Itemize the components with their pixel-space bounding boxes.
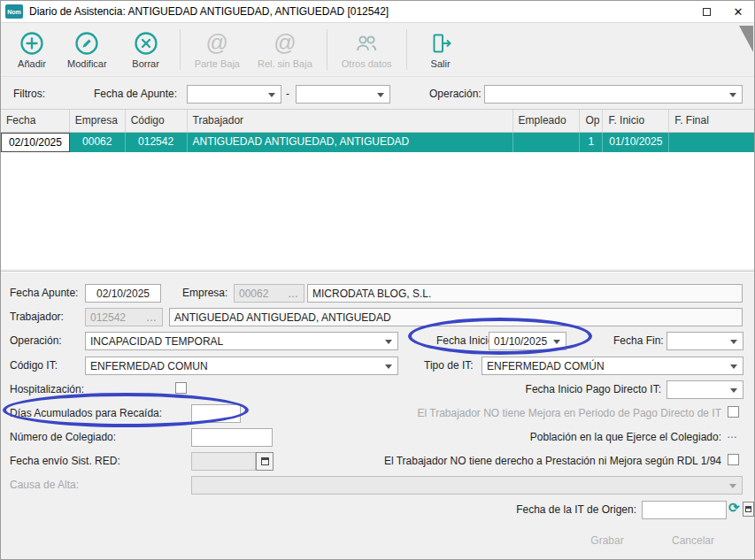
fecha-apunte-field[interactable]: 02/10/2025 xyxy=(85,284,161,303)
operacion-filter-combo[interactable] xyxy=(484,85,743,104)
poblacion-browse-button[interactable]: … xyxy=(727,428,738,441)
cell-fecha: 02/10/2025 xyxy=(1,133,70,152)
fecha-inicio-combo[interactable]: 01/10/2025 xyxy=(489,332,566,350)
calendar-icon xyxy=(745,506,751,512)
fecha-apunte-filter-label: Fecha de Apunte: xyxy=(94,88,177,100)
table-row[interactable]: 02/10/2025 00062 012542 ANTIGUEDAD ANTIG… xyxy=(1,133,754,152)
calendar-icon xyxy=(261,457,269,465)
causa-alta-label: Causa de Alta: xyxy=(10,479,79,491)
filters-title: Filtros: xyxy=(13,88,45,100)
codigo-it-label: Código IT: xyxy=(10,359,58,372)
empresa-name-field: MICRODATA BLOG, S.L. xyxy=(307,284,743,303)
rdl-label: El Trabajador NO tiene derecho a Prestac… xyxy=(384,455,721,467)
toolbar: Añadir Modificar Borrar @ Parte Baja @ R… xyxy=(1,23,754,76)
otros-datos-label: Otros datos xyxy=(342,58,392,69)
column-header-op[interactable]: Op xyxy=(580,110,603,132)
filter-bar: Filtros: Fecha de Apunte: - Operación: xyxy=(1,76,754,110)
fecha-it-origen-calendar-button[interactable] xyxy=(743,502,754,517)
cancelar-button: Cancelar xyxy=(658,531,728,550)
fecha-apunte-from-combo[interactable] xyxy=(187,85,281,104)
column-header-trabajador[interactable]: Trabajador xyxy=(188,110,513,132)
maximize-icon xyxy=(703,8,711,16)
parte-baja-button: @ Parte Baja xyxy=(190,27,244,72)
hospitalizacion-label: Hospitalización: xyxy=(10,383,84,395)
exit-icon xyxy=(428,30,454,57)
fecha-apunte-to-combo[interactable] xyxy=(296,85,390,104)
rel-sin-baja-label: Rel. sin Baja xyxy=(258,58,312,69)
add-button[interactable]: Añadir xyxy=(8,27,56,72)
at-sign-icon: @ xyxy=(273,30,296,57)
date-range-separator: - xyxy=(286,88,289,100)
title-bar: Nom Diario de Asistencia: ANTIGUEDAD ANT… xyxy=(1,1,754,23)
exit-button[interactable]: Salir xyxy=(417,27,465,72)
dialog-window: Nom Diario de Asistencia: ANTIGUEDAD ANT… xyxy=(0,0,755,560)
exit-button-label: Salir xyxy=(431,58,451,69)
cell-empleado xyxy=(513,133,581,152)
window-title: Diario de Asistencia: ANTIGUEDAD ANTIGUE… xyxy=(29,5,389,18)
cell-f-inicio: 01/10/2025 xyxy=(603,133,669,152)
toolbar-separator xyxy=(327,29,327,70)
edit-circle-icon xyxy=(73,30,100,57)
records-table: Fecha Empresa Código Trabajador Empleado… xyxy=(1,110,754,269)
modify-button[interactable]: Modificar xyxy=(63,27,112,72)
delete-circle-icon xyxy=(133,30,159,57)
delete-button-label: Borrar xyxy=(132,58,159,69)
column-header-empleado[interactable]: Empleado xyxy=(513,110,581,132)
operacion-filter-label: Operación: xyxy=(429,88,482,100)
at-sign-icon: @ xyxy=(206,30,228,57)
fecha-envio-red-calendar-button[interactable] xyxy=(256,452,273,471)
fecha-envio-red-label: Fecha envío Sist. RED: xyxy=(10,455,120,467)
column-header-codigo[interactable]: Código xyxy=(126,110,188,132)
modify-button-label: Modificar xyxy=(67,58,107,69)
codigo-it-combo[interactable]: ENFERMEDAD COMUN xyxy=(85,357,398,375)
column-header-f-final[interactable]: F. Final xyxy=(669,110,754,132)
hospitalizacion-checkbox[interactable] xyxy=(175,382,187,394)
otros-datos-button: Otros datos xyxy=(337,27,397,72)
fecha-it-origen-field[interactable] xyxy=(642,501,727,519)
table-header: Fecha Empresa Código Trabajador Empleado… xyxy=(1,110,754,133)
cell-op: 1 xyxy=(580,133,603,152)
trabajador-name-field: ANTIGUEDAD ANTIGUEDAD, ANTIGUEDAD xyxy=(169,308,743,326)
browse-icon: … xyxy=(288,288,299,300)
rdl-checkbox[interactable] xyxy=(728,454,739,465)
detail-form: Fecha Apunte: 02/10/2025 Empresa: 00062…… xyxy=(1,271,754,559)
causa-alta-combo xyxy=(191,476,743,495)
grabar-button: Grabar xyxy=(572,531,643,550)
poblacion-label: Población en la que Ejerce el Colegiado: xyxy=(530,431,721,443)
people-icon xyxy=(353,30,380,57)
empresa-label: Empresa: xyxy=(182,287,227,299)
operacion-combo[interactable]: INCAPACIDAD TEMPORAL xyxy=(85,332,398,350)
fecha-apunte-label: Fecha Apunte: xyxy=(10,287,78,299)
num-colegiado-label: Número de Colegiado: xyxy=(10,431,116,443)
cell-codigo: 012542 xyxy=(126,133,188,152)
num-colegiado-field[interactable] xyxy=(191,428,273,447)
tipo-it-combo[interactable]: ENFERMEDAD COMÚN xyxy=(482,357,743,375)
fecha-fin-label: Fecha Fin: xyxy=(613,334,664,347)
parte-baja-label: Parte Baja xyxy=(195,58,240,69)
fecha-fin-combo[interactable] xyxy=(666,332,743,350)
toolbar-separator xyxy=(406,29,407,70)
add-circle-icon xyxy=(19,30,45,57)
cell-f-final xyxy=(669,133,754,152)
rel-sin-baja-button: @ Rel. sin Baja xyxy=(253,27,317,72)
fecha-envio-red-field xyxy=(191,452,256,471)
fecha-inicio-pago-label: Fecha Inicio Pago Directo IT: xyxy=(526,383,661,395)
refresh-icon[interactable]: ⟳ xyxy=(728,500,740,516)
column-header-f-inicio[interactable]: F. Inicio xyxy=(603,110,669,132)
column-header-empresa[interactable]: Empresa xyxy=(70,110,126,132)
dias-recaida-field[interactable] xyxy=(191,404,241,423)
fecha-it-origen-label: Fecha de la IT de Origen: xyxy=(516,503,636,516)
column-header-fecha[interactable]: Fecha xyxy=(1,110,70,132)
trabajador-label: Trabajador: xyxy=(10,311,64,323)
add-button-label: Añadir xyxy=(18,58,46,69)
close-button[interactable]: ✕ xyxy=(722,1,754,22)
delete-button[interactable]: Borrar xyxy=(122,27,170,72)
mejora-pago-label: El Trabajador NO tiene Mejora en Periodo… xyxy=(417,407,721,419)
operacion-label: Operación: xyxy=(10,334,62,347)
fecha-inicio-pago-combo[interactable] xyxy=(666,380,743,399)
fecha-inicio-label: Fecha Inicio: xyxy=(436,334,497,347)
tipo-it-label: Tipo de IT: xyxy=(424,359,474,372)
maximize-button[interactable] xyxy=(690,1,722,22)
trabajador-code-field: 012542… xyxy=(85,308,163,326)
empresa-code-field: 00062… xyxy=(234,284,304,303)
